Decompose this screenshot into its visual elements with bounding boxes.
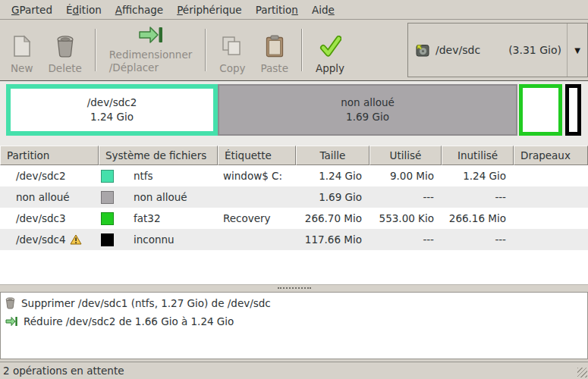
- shrink-operation-icon: [5, 316, 17, 327]
- disk-visual-bar: /dev/sdc2 1.24 Gio non alloué 1.69 Gio: [0, 81, 588, 146]
- column-header-filesystem[interactable]: Système de fichiers: [99, 146, 218, 165]
- copy-button-label: Copy: [219, 62, 245, 74]
- status-bar: 2 opérations en attente: [0, 362, 588, 379]
- partition-block-size: 1.24 Gio: [90, 110, 134, 124]
- toolbar-separator: [95, 29, 96, 71]
- filesystem-color-swatch: [101, 170, 114, 183]
- operation-item: Réduire /dev/sdc2 de 1.66 Gio à 1.24 Gio: [1, 311, 587, 329]
- partition-block-sdc4[interactable]: [565, 84, 581, 136]
- resize-move-button-label: Redimensionner/Déplacer: [109, 49, 192, 74]
- menu-partition[interactable]: Partition: [249, 1, 305, 19]
- partition-table: Partition Système de fichiers Étiquette …: [0, 146, 588, 284]
- apply-checkmark-icon: [319, 33, 341, 59]
- column-header-used[interactable]: Utilisé: [369, 146, 442, 165]
- table-empty-area: [0, 250, 588, 284]
- column-header-unused[interactable]: Inutilisé: [442, 146, 514, 165]
- menu-aide[interactable]: Aide: [305, 1, 341, 19]
- operation-text: Réduire /dev/sdc2 de 1.66 Gio à 1.24 Gio: [24, 315, 234, 327]
- resize-arrow-icon: [137, 24, 165, 45]
- delete-button-label: Delete: [48, 62, 81, 74]
- table-row-sdc4[interactable]: /dev/sdc4 inconnu 117.66 Mio --- ---: [0, 229, 588, 250]
- operation-item: Supprimer /dev/sdc1 (ntfs, 1.27 Gio) de …: [1, 293, 587, 311]
- device-path: /dev/sdc: [435, 44, 480, 56]
- apply-button[interactable]: Apply: [308, 21, 352, 79]
- partition-block-size: 1.69 Gio: [346, 110, 389, 124]
- table-row-unallocated[interactable]: non alloué non alloué 1.69 Gio --- ---: [0, 186, 588, 208]
- splitter-grip-icon[interactable]: [278, 287, 311, 289]
- menu-edition[interactable]: Édition: [59, 1, 108, 19]
- filesystem-color-swatch: [101, 212, 114, 225]
- menu-bar: GParted Édition Affichage Périphérique P…: [0, 0, 588, 20]
- table-header: Partition Système de fichiers Étiquette …: [0, 146, 588, 165]
- gparted-window: GParted Édition Affichage Périphérique P…: [0, 0, 588, 379]
- hard-disk-icon: [415, 42, 430, 58]
- partition-block-unallocated[interactable]: non alloué 1.69 Gio: [218, 84, 517, 136]
- partition-block-sdc2[interactable]: /dev/sdc2 1.24 Gio: [6, 84, 218, 136]
- new-document-icon: [11, 33, 33, 59]
- resize-grip-icon[interactable]: [577, 368, 587, 377]
- pane-splitter[interactable]: [0, 284, 588, 292]
- operation-text: Supprimer /dev/sdc1 (ntfs, 1.27 Gio) de …: [21, 297, 271, 309]
- delete-operation-icon: [5, 297, 15, 309]
- device-size: (3.31 Gio): [508, 44, 561, 56]
- toolbar-separator: [301, 29, 303, 71]
- menu-gparted[interactable]: GParted: [5, 1, 59, 19]
- partition-block-name: non alloué: [341, 96, 395, 110]
- new-button-label: New: [11, 62, 33, 74]
- paste-button-label: Paste: [261, 62, 288, 74]
- table-row-sdc3[interactable]: /dev/sdc3 fat32 Recovery 266.70 Mio 553.…: [0, 208, 588, 229]
- delete-button[interactable]: Delete: [40, 21, 89, 79]
- filesystem-color-swatch: [101, 191, 114, 204]
- status-text: 2 opérations en attente: [3, 365, 124, 377]
- apply-button-label: Apply: [316, 62, 344, 74]
- paste-button[interactable]: Paste: [253, 21, 296, 79]
- partition-block-sdc3[interactable]: [519, 84, 562, 136]
- column-header-partition[interactable]: Partition: [0, 146, 99, 165]
- paste-clipboard-icon: [265, 33, 285, 59]
- device-selector[interactable]: /dev/sdc (3.31 Gio) ▼: [407, 23, 588, 77]
- resize-move-button[interactable]: Redimensionner/Déplacer: [102, 21, 200, 79]
- trash-icon: [55, 33, 75, 59]
- device-selector-value: /dev/sdc (3.31 Gio): [415, 42, 567, 58]
- new-button[interactable]: New: [3, 21, 40, 79]
- pending-operations-panel: Supprimer /dev/sdc1 (ntfs, 1.27 Gio) de …: [0, 292, 588, 359]
- toolbar: New Delete Redimensionner/Déplacer Copy: [0, 20, 588, 81]
- warning-icon: [70, 234, 82, 245]
- filesystem-color-swatch: [101, 233, 114, 246]
- table-row-sdc2[interactable]: /dev/sdc2 ntfs window$ C: 1.24 Gio 9.00 …: [0, 165, 588, 186]
- column-header-flags[interactable]: Drapeaux: [514, 146, 588, 165]
- menu-affichage[interactable]: Affichage: [108, 1, 170, 19]
- partition-block-name: /dev/sdc2: [87, 96, 137, 110]
- toolbar-separator: [205, 29, 206, 71]
- menu-peripherique[interactable]: Périphérique: [170, 1, 248, 19]
- copy-icon: [221, 33, 244, 59]
- column-header-label[interactable]: Étiquette: [218, 146, 296, 165]
- column-header-size[interactable]: Taille: [296, 146, 369, 165]
- copy-button[interactable]: Copy: [212, 21, 253, 79]
- dropdown-arrow-icon[interactable]: ▼: [567, 23, 587, 77]
